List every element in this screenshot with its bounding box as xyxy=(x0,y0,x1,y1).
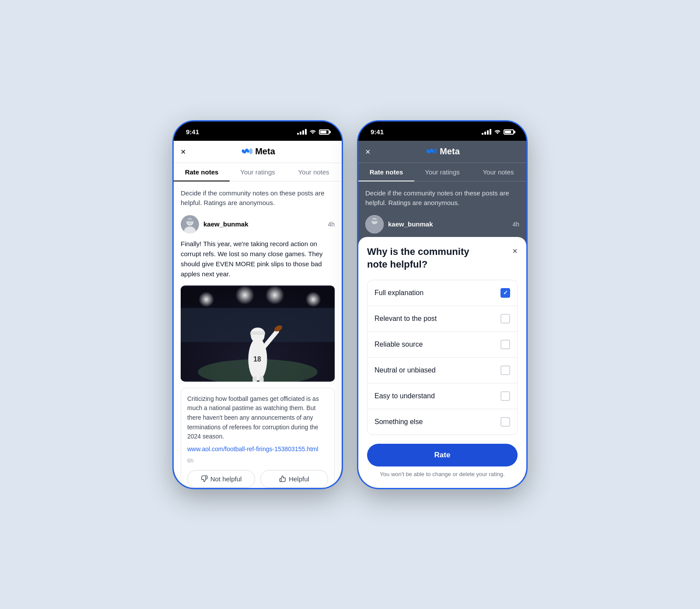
checkbox-list: Full explanation ✓ Relevant to the post xyxy=(367,280,518,435)
checkbox-box-full-explanation: ✓ xyxy=(500,288,510,298)
modal-overlay: Why is the community note helpful? × Ful… xyxy=(358,237,526,487)
tab-your-notes-2[interactable]: Your notes xyxy=(470,163,526,181)
rate-disclaimer: You won't be able to change or delete yo… xyxy=(367,471,518,477)
tabs-1: Rate notes Your ratings Your notes xyxy=(174,163,342,181)
checkbox-relevant[interactable]: Relevant to the post xyxy=(368,306,517,332)
close-button-2[interactable]: × xyxy=(365,147,371,156)
svg-point-10 xyxy=(306,292,321,307)
avatar-image-2 xyxy=(365,215,384,233)
post-header-1: kaew_bunmak 4h xyxy=(181,215,335,233)
description-1: Decide if the community notes on these p… xyxy=(181,188,335,208)
modal-close-button[interactable]: × xyxy=(512,247,518,255)
screen-1: × Meta Rate notes Your ratings Your note… xyxy=(174,141,342,488)
username-row-1: kaew_bunmak 4h xyxy=(203,220,335,228)
checkbox-box-relevant xyxy=(500,314,510,324)
modal-sheet: Why is the community note helpful? × Ful… xyxy=(358,237,526,487)
screen-2: × Meta Rate notes Your ratings Your note… xyxy=(358,141,526,488)
phone-1: 9:41 × xyxy=(172,120,343,489)
post-header-2: kaew_bunmak 4h xyxy=(365,215,519,233)
post-text-1: Finally! This year, we're taking record … xyxy=(181,239,335,279)
battery-icon xyxy=(319,129,329,135)
post-image-1: 18 xyxy=(181,285,335,382)
action-buttons: Not helpful Helpful xyxy=(187,470,328,488)
checkbox-box-something-else xyxy=(500,417,510,427)
checkbox-box-easy xyxy=(500,391,510,401)
svg-rect-5 xyxy=(186,219,193,221)
checkbox-reliable-source[interactable]: Reliable source xyxy=(368,332,517,358)
status-time-2: 9:41 xyxy=(371,128,384,136)
username-2: kaew_bunmak xyxy=(388,220,433,228)
tabs-2: Rate notes Your ratings Your notes xyxy=(358,163,526,181)
meta-logo-2: Meta xyxy=(425,146,460,157)
helpful-button[interactable]: Helpful xyxy=(260,470,328,488)
content-1: Decide if the community notes on these p… xyxy=(174,181,342,488)
checkbox-full-explanation[interactable]: Full explanation ✓ xyxy=(368,280,517,306)
svg-text:18: 18 xyxy=(253,355,261,362)
svg-point-9 xyxy=(266,285,284,304)
checkbox-easy[interactable]: Easy to understand xyxy=(368,383,517,409)
status-icons-1 xyxy=(297,129,329,135)
checkbox-box-neutral xyxy=(500,365,510,375)
post-time-2: 4h xyxy=(512,221,519,228)
modal-header: Why is the community note helpful? × xyxy=(367,246,518,271)
checkbox-neutral[interactable]: Neutral or unbiased xyxy=(368,358,517,383)
checkbox-label-relevant: Relevant to the post xyxy=(374,315,437,323)
avatar-2 xyxy=(365,215,384,233)
svg-point-7 xyxy=(199,292,214,307)
note-time-1: 6h xyxy=(187,457,328,464)
thumbs-up-icon xyxy=(279,475,286,482)
thumbs-down-icon xyxy=(201,475,208,482)
tab-your-ratings-1[interactable]: Your ratings xyxy=(230,163,286,181)
tab-your-ratings-2[interactable]: Your ratings xyxy=(414,163,470,181)
meta-logo-text-2: Meta xyxy=(440,146,460,157)
checkbox-label-easy: Easy to understand xyxy=(374,392,435,400)
battery-icon-2 xyxy=(504,129,514,135)
phones-container: 9:41 × xyxy=(172,120,528,489)
not-helpful-button[interactable]: Not helpful xyxy=(187,470,255,488)
meta-logo-icon-2 xyxy=(425,146,437,157)
svg-rect-21 xyxy=(259,376,264,381)
checkbox-label-reliable-source: Reliable source xyxy=(374,341,423,348)
checkbox-label-neutral: Neutral or unbiased xyxy=(374,366,436,374)
svg-rect-20 xyxy=(252,376,257,381)
checkbox-label-full-explanation: Full explanation xyxy=(374,289,424,297)
wifi-icon-2 xyxy=(494,129,501,135)
status-bar-1: 9:41 xyxy=(174,122,342,141)
meta-logo-text-1: Meta xyxy=(255,146,275,157)
avatar-image-1 xyxy=(181,215,199,233)
username-row-2: kaew_bunmak 4h xyxy=(388,220,519,228)
checkbox-box-reliable-source xyxy=(500,340,510,349)
wifi-icon xyxy=(309,129,316,135)
signal-icon-2 xyxy=(482,129,491,135)
tab-rate-notes-1[interactable]: Rate notes xyxy=(174,163,230,181)
modal-title: Why is the community note helpful? xyxy=(367,246,481,271)
tab-rate-notes-2[interactable]: Rate notes xyxy=(358,163,414,181)
app-header-1: × Meta xyxy=(174,141,342,163)
svg-rect-24 xyxy=(371,219,378,221)
checkbox-something-else[interactable]: Something else xyxy=(368,409,517,435)
meta-logo-icon xyxy=(240,146,252,157)
username-1: kaew_bunmak xyxy=(203,220,248,228)
avatar-1 xyxy=(181,215,199,233)
svg-point-8 xyxy=(235,285,254,304)
status-time-1: 9:41 xyxy=(186,128,199,136)
phone-2: 9:41 × xyxy=(357,120,528,489)
status-bar-2: 9:41 xyxy=(358,122,526,141)
note-link-1[interactable]: www.aol.com/football-ref-firings-1538031… xyxy=(187,445,328,454)
post-time-1: 4h xyxy=(328,221,335,228)
signal-icon xyxy=(297,129,307,135)
svg-rect-16 xyxy=(250,331,265,335)
status-icons-2 xyxy=(482,129,514,135)
rate-button[interactable]: Rate xyxy=(367,444,518,466)
note-card-1: Criticizing how football games get offic… xyxy=(181,388,335,488)
checkbox-label-something-else: Something else xyxy=(374,418,423,426)
tab-your-notes-1[interactable]: Your notes xyxy=(286,163,342,181)
app-header-2: × Meta xyxy=(358,141,526,163)
meta-logo-1: Meta xyxy=(240,146,275,157)
note-text-1: Criticizing how football games get offic… xyxy=(187,394,328,442)
close-button-1[interactable]: × xyxy=(181,147,186,156)
description-2: Decide if the community notes on these p… xyxy=(365,188,519,208)
